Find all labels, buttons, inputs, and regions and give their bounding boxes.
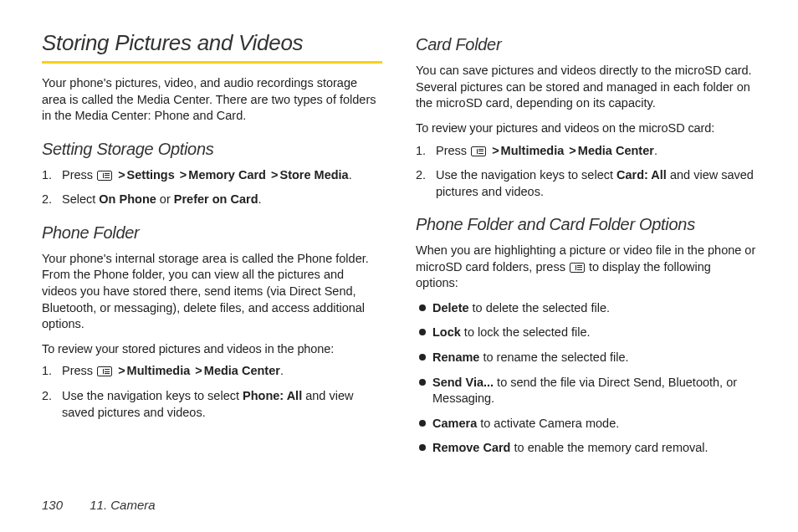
option-on-phone: On Phone [99,192,156,206]
card-folder-lead: To review your pictures and videos on th… [416,120,756,136]
storage-step-1: Press >Settings >Memory Card >Store Medi… [57,167,382,184]
storage-steps: Press >Settings >Memory Card >Store Medi… [42,167,382,208]
text: Use the navigation keys to select [436,168,616,182]
text: Press [62,168,96,182]
card-review-steps: Press >Multimedia >Media Center. Use the… [416,143,756,201]
page-number: 130 [42,498,63,512]
storage-step-2: Select On Phone or Prefer on Card. [57,192,382,208]
option-text: to delete the selected file. [469,301,610,315]
option-lock: Lock to lock the selected file. [419,325,756,341]
card-folder-paragraph: You can save pictures and videos directl… [416,63,756,112]
menu-icon [97,171,112,181]
select-phone-all: Phone: All [243,389,302,402]
text: Use the navigation keys to select [62,389,243,402]
heading-folder-options: Phone Folder and Card Folder Options [416,215,756,234]
option-label: Rename [432,350,479,364]
path-item: Media Center [578,144,654,157]
breadcrumb-sep: > [178,168,188,182]
breadcrumb-sep: > [567,144,577,157]
breadcrumb-sep: > [490,144,500,157]
select-card-all: Card: All [616,168,667,182]
option-delete: Delete to delete the selected file. [419,300,756,317]
option-label: Remove Card [432,441,510,454]
page-title: Storing Pictures and Videos [42,30,382,64]
option-rename: Rename to rename the selected file. [419,350,756,366]
right-column: Card Folder You can save pictures and vi… [416,30,756,465]
path-item: Memory Card [188,168,266,182]
text: Press [436,144,470,157]
text: or [156,192,174,206]
breadcrumb-sep: > [269,168,279,182]
option-text: to enable the memory card removal. [510,441,708,454]
menu-icon [570,263,585,273]
option-camera: Camera to activate Camera mode. [419,416,756,432]
option-send-via: Send Via... to send the file via Direct … [419,375,756,407]
phone-folder-paragraph: Your phone's internal storage area is ca… [42,251,382,333]
path-item: Settings [127,168,175,182]
path-item: Media Center [204,364,280,377]
phone-review-step-1: Press >Multimedia >Media Center. [57,363,382,380]
heading-card-folder: Card Folder [416,35,756,54]
menu-icon [471,146,486,156]
path-item: Multimedia [127,364,191,377]
option-label: Camera [432,417,477,430]
option-label: Delete [432,301,469,315]
phone-review-step-2: Use the navigation keys to select Phone:… [57,388,382,421]
breadcrumb-sep: > [116,364,126,377]
breadcrumb-sep: > [116,168,126,182]
heading-setting-storage: Setting Storage Options [42,140,382,159]
options-intro: When you are highlighting a picture or v… [416,243,756,292]
breadcrumb-sep: > [193,364,203,377]
option-prefer-card: Prefer on Card [174,192,258,206]
card-review-step-2: Use the navigation keys to select Card: … [431,167,756,200]
heading-phone-folder: Phone Folder [42,223,382,243]
card-review-step-1: Press >Multimedia >Media Center. [431,143,756,160]
manual-page: Storing Pictures and Videos Your phone's… [0,0,798,532]
left-column: Storing Pictures and Videos Your phone's… [42,30,382,465]
phone-folder-lead: To review your stored pictures and video… [42,341,382,357]
option-remove-card: Remove Card to enable the memory card re… [419,440,756,457]
options-list: Delete to delete the selected file. Lock… [416,300,756,457]
menu-icon [97,366,112,376]
text: Press [62,364,96,377]
page-footer: 130 11. Camera [42,498,156,512]
option-text: to lock the selected file. [461,325,591,339]
section-label: 11. Camera [90,498,155,512]
text: Select [62,192,99,206]
option-text: to rename the selected file. [479,350,628,364]
intro-paragraph: Your phone's pictures, video, and audio … [42,75,382,125]
option-label: Lock [432,325,461,339]
option-text: to activate Camera mode. [477,417,619,430]
phone-review-steps: Press >Multimedia >Media Center. Use the… [42,363,382,421]
two-column-layout: Storing Pictures and Videos Your phone's… [42,30,756,465]
option-label: Send Via... [432,376,494,389]
path-item: Multimedia [501,144,565,157]
path-item: Store Media [279,168,348,182]
